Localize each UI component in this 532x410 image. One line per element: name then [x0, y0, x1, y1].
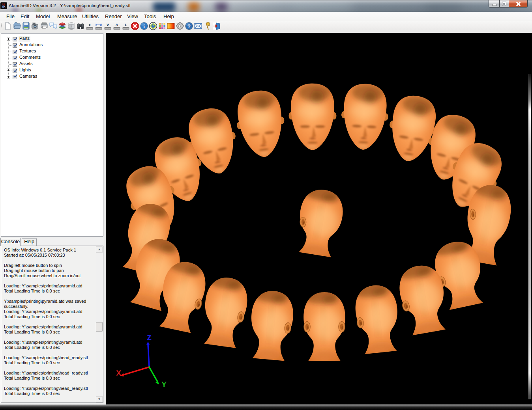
- svg-text:Z: Z: [147, 334, 151, 341]
- svg-text:V: V: [107, 23, 109, 27]
- svg-text:X: X: [116, 369, 121, 377]
- svg-text:i: i: [143, 23, 145, 29]
- svg-text:Y: Y: [162, 381, 166, 388]
- svg-text:x: x: [88, 23, 90, 27]
- svg-text:?: ?: [187, 23, 191, 29]
- svg-text:L: L: [125, 23, 127, 27]
- svg-text:A: A: [116, 23, 118, 27]
